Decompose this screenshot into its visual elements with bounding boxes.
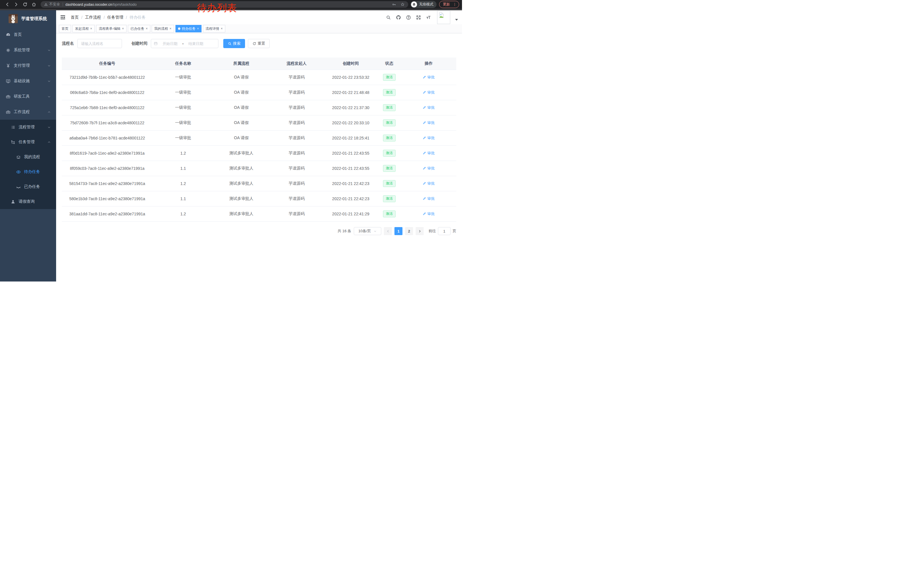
- create-time-cell: 2022-01-22 21:48:48: [324, 85, 377, 100]
- help-icon[interactable]: [406, 15, 411, 20]
- search-button[interactable]: 搜索: [223, 39, 245, 48]
- approve-link[interactable]: 审批: [423, 151, 435, 156]
- end-date-input[interactable]: [185, 42, 207, 46]
- prev-page-button[interactable]: [384, 227, 392, 235]
- approve-link[interactable]: 审批: [423, 120, 435, 125]
- status-badge: 激活: [383, 150, 396, 157]
- approve-link[interactable]: 审批: [423, 75, 435, 80]
- avatar[interactable]: [437, 11, 450, 24]
- close-icon[interactable]: ×: [221, 27, 223, 30]
- approve-link[interactable]: 审批: [423, 166, 435, 171]
- task-table: 任务编号 任务名称 所属流程 流程发起人 创建时间 状态 操作: [62, 57, 456, 222]
- github-icon[interactable]: [396, 15, 401, 20]
- sidebar-item-infra[interactable]: 基础设施: [0, 73, 56, 89]
- sidebar-fold-icon[interactable]: [60, 15, 66, 20]
- close-icon[interactable]: ×: [90, 27, 92, 30]
- task-name-cell: 一级审批: [153, 100, 214, 116]
- home-icon[interactable]: [32, 2, 36, 7]
- page-content: 流程名 创建时间 - 搜索 重置: [56, 33, 462, 281]
- approve-link[interactable]: 审批: [423, 196, 435, 201]
- close-icon[interactable]: ×: [170, 27, 171, 30]
- col-task-name: 任务名称: [153, 57, 214, 70]
- edit-icon: [423, 75, 426, 79]
- update-button[interactable]: 更新: [439, 1, 459, 8]
- approve-link[interactable]: 审批: [423, 211, 435, 216]
- breadcrumb-task-mgmt[interactable]: 任务管理: [107, 15, 123, 20]
- tab-start-process[interactable]: 发起流程×: [72, 25, 95, 32]
- sidebar-item-todo-tasks[interactable]: 待办任务: [0, 164, 56, 179]
- close-icon[interactable]: ×: [197, 27, 199, 30]
- warning-icon: [44, 3, 48, 6]
- page-1-button[interactable]: 1: [394, 227, 402, 235]
- process-cell: 测试多审批人: [214, 161, 269, 176]
- chevron-down-icon: [47, 95, 51, 99]
- close-icon[interactable]: ×: [146, 27, 148, 30]
- approve-link[interactable]: 审批: [423, 105, 435, 110]
- next-page-button[interactable]: [416, 227, 424, 235]
- sidebar-item-workflow[interactable]: 工作流程: [0, 104, 56, 120]
- task-name-cell: 1.1: [153, 191, 214, 206]
- sidebar-item-payment[interactable]: 支付管理: [0, 58, 56, 73]
- key-icon[interactable]: [392, 2, 396, 7]
- approve-link[interactable]: 审批: [423, 181, 435, 186]
- sidebar-item-task-mgmt[interactable]: 任务管理: [0, 135, 56, 150]
- edit-icon: [423, 182, 426, 185]
- breadcrumb-separator: /: [104, 15, 105, 20]
- active-dot: [178, 27, 180, 30]
- total-count: 共 16 条: [338, 228, 351, 234]
- sidebar-item-my-process[interactable]: 我的流程: [0, 150, 56, 164]
- edit-icon: [423, 212, 426, 216]
- search-icon[interactable]: [386, 15, 391, 20]
- forward-icon[interactable]: [14, 2, 19, 7]
- table-row: 58154733-7ac8-11ec-a9e2-a2380e71991a 1.2…: [62, 176, 456, 191]
- chrome-menu-icon[interactable]: [453, 2, 457, 7]
- table-row: 069c6a63-7b8a-11ec-8ef0-acde48001122 一级审…: [62, 85, 456, 100]
- action-cell: 审批: [401, 70, 456, 85]
- avatar-dropdown-caret-icon[interactable]: [455, 19, 458, 21]
- back-icon[interactable]: [5, 2, 10, 7]
- sidebar-item-devtools[interactable]: 研发工具: [0, 89, 56, 104]
- app-logo[interactable]: 芋道管理系统: [0, 10, 56, 27]
- close-icon[interactable]: ×: [122, 27, 124, 30]
- bookmark-star-icon[interactable]: [400, 2, 405, 7]
- tab-done-tasks[interactable]: 已办任务×: [128, 25, 150, 32]
- chevron-down-icon: [47, 48, 51, 52]
- sidebar-item-process-mgmt[interactable]: 流程管理: [0, 120, 56, 135]
- breadcrumb-home[interactable]: 首页: [71, 15, 79, 20]
- sidebar-item-leave-query[interactable]: 请假查询: [0, 194, 56, 209]
- sidebar-item-done-tasks[interactable]: 已办任务: [0, 179, 56, 194]
- tab-todo-tasks[interactable]: 待办任务×: [176, 25, 201, 32]
- tab-my-process[interactable]: 我的流程×: [152, 25, 174, 32]
- page-size-select[interactable]: 10条/页: [354, 227, 381, 235]
- fullscreen-icon[interactable]: [416, 15, 421, 20]
- breadcrumb-separator: /: [81, 15, 82, 20]
- page-2-button[interactable]: 2: [405, 227, 413, 235]
- tab-form-edit[interactable]: 流程表单-编辑×: [96, 25, 126, 32]
- date-range-picker[interactable]: -: [151, 39, 218, 48]
- navbar-tools: [386, 11, 458, 24]
- chevron-down-icon: [374, 230, 377, 233]
- reset-button[interactable]: 重置: [248, 39, 270, 48]
- breadcrumb-workflow[interactable]: 工作流程: [85, 15, 101, 20]
- search-icon: [228, 42, 232, 45]
- chevron-right-icon: [418, 230, 422, 233]
- font-size-icon[interactable]: [426, 15, 431, 20]
- table-row: 75d72608-7b7f-11ec-a3c8-acde48001122 一级审…: [62, 116, 456, 131]
- approve-link[interactable]: 审批: [423, 135, 435, 141]
- approve-link[interactable]: 审批: [423, 90, 435, 95]
- sidebar-item-home[interactable]: 首页: [0, 27, 56, 42]
- breadcrumb: 首页 / 工作流程 / 任务管理 / 待办任务: [71, 15, 146, 20]
- sidebar-item-system[interactable]: 系统管理: [0, 42, 56, 58]
- tab-home[interactable]: 首页: [59, 25, 71, 32]
- start-date-input[interactable]: [159, 42, 181, 46]
- action-cell: 审批: [401, 146, 456, 161]
- reload-icon[interactable]: [22, 2, 27, 7]
- table-header: 任务编号 任务名称 所属流程 流程发起人 创建时间 状态 操作: [62, 57, 456, 70]
- process-name-input[interactable]: [77, 39, 122, 48]
- tab-process-detail[interactable]: 流程详情×: [203, 25, 225, 32]
- goto-page-input[interactable]: [438, 227, 450, 235]
- task-id-cell: 75d72608-7b7f-11ec-a3c8-acde48001122: [62, 116, 153, 131]
- annotation-overlay: 待办列表: [197, 2, 237, 15]
- security-label[interactable]: 不安全: [49, 2, 60, 7]
- create-time-cell: 2022-01-21 22:41:29: [324, 206, 377, 222]
